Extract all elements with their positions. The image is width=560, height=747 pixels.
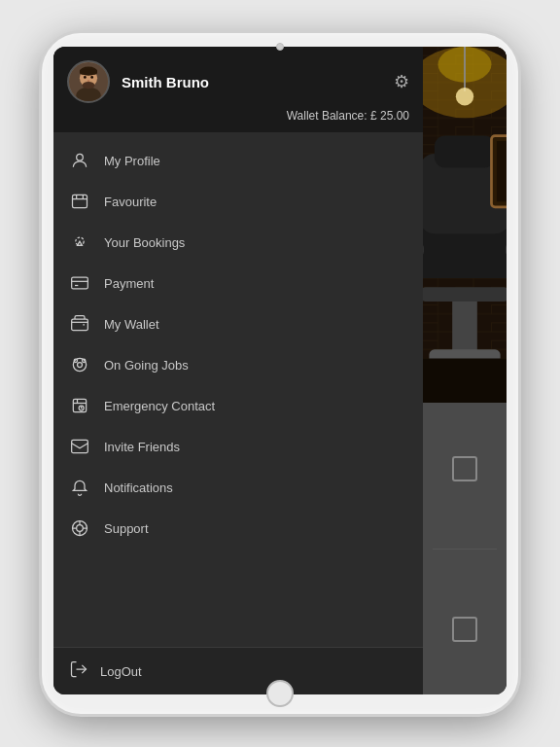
- support-icon: [69, 517, 90, 539]
- menu-list: My Profile Favourite Your Bookings: [53, 132, 423, 647]
- svg-rect-37: [423, 287, 507, 302]
- svg-point-22: [77, 525, 84, 532]
- menu-label-support: Support: [104, 521, 149, 536]
- svg-point-8: [88, 80, 90, 82]
- bell-icon: [69, 477, 90, 498]
- screen: Smith Bruno ⚙ Wallet Balance: £ 25.00 My…: [53, 47, 507, 694]
- divider: [433, 549, 497, 550]
- svg-rect-38: [452, 302, 477, 355]
- menu-item-on-going-jobs[interactable]: On Going Jobs: [53, 344, 423, 385]
- menu-label-my-profile: My Profile: [104, 154, 160, 168]
- svg-point-5: [83, 82, 95, 89]
- menu-item-your-bookings[interactable]: Your Bookings: [53, 222, 423, 263]
- settings-icon[interactable]: ⚙: [394, 71, 409, 92]
- user-name: Smith Bruno: [122, 74, 209, 90]
- person-icon: [69, 150, 90, 171]
- user-info: Smith Bruno: [67, 60, 209, 103]
- menu-item-notifications[interactable]: Notifications: [53, 467, 423, 508]
- right-bottom-panel: [423, 403, 507, 694]
- jobs-icon: [69, 354, 90, 375]
- tablet-frame: Smith Bruno ⚙ Wallet Balance: £ 25.00 My…: [42, 33, 518, 714]
- menu-label-your-bookings: Your Bookings: [104, 235, 185, 250]
- menu-item-support[interactable]: Support: [53, 508, 423, 549]
- menu-label-emergency-contact: Emergency Contact: [104, 399, 215, 413]
- svg-point-31: [456, 88, 473, 105]
- menu-label-payment: Payment: [104, 276, 154, 291]
- checkbox-1[interactable]: [452, 456, 477, 481]
- wallet-icon: [69, 313, 90, 335]
- calendar-icon: [69, 231, 90, 253]
- wallet-balance: Wallet Balance: £ 25.00: [67, 109, 409, 123]
- svg-rect-44: [423, 359, 507, 404]
- logout-label: LogOut: [100, 664, 142, 679]
- svg-point-14: [73, 358, 86, 371]
- menu-item-emergency-contact[interactable]: Emergency Contact: [53, 385, 423, 426]
- svg-rect-4: [80, 69, 97, 74]
- card-icon: [69, 272, 90, 294]
- svg-point-9: [77, 154, 84, 160]
- checkbox-2[interactable]: [452, 617, 477, 642]
- menu-item-my-wallet[interactable]: My Wallet: [53, 303, 423, 344]
- avatar: [67, 60, 110, 103]
- svg-rect-20: [72, 440, 88, 452]
- emergency-icon: [69, 395, 90, 416]
- svg-point-17: [83, 359, 86, 362]
- svg-rect-12: [72, 277, 88, 289]
- menu-item-my-profile[interactable]: My Profile: [53, 140, 423, 181]
- menu-item-payment[interactable]: Payment: [53, 263, 423, 303]
- tablet-camera: [276, 43, 284, 51]
- svg-point-15: [78, 363, 83, 368]
- svg-rect-43: [497, 141, 507, 201]
- svg-rect-10: [73, 195, 88, 207]
- menu-item-favourite[interactable]: Favourite: [53, 181, 423, 222]
- barber-image: [423, 47, 507, 403]
- svg-point-7: [90, 76, 93, 79]
- menu-label-invite-friends: Invite Friends: [104, 440, 180, 454]
- menu-label-on-going-jobs: On Going Jobs: [104, 358, 189, 373]
- svg-rect-34: [435, 136, 495, 168]
- right-panel: [423, 47, 507, 694]
- sidebar-header: Smith Bruno ⚙ Wallet Balance: £ 25.00: [53, 47, 423, 132]
- heart-icon: [69, 191, 90, 212]
- svg-point-6: [84, 76, 87, 79]
- home-button[interactable]: [266, 680, 294, 707]
- sidebar: Smith Bruno ⚙ Wallet Balance: £ 25.00 My…: [53, 47, 423, 694]
- logout-icon: [69, 659, 88, 683]
- menu-label-my-wallet: My Wallet: [104, 317, 159, 332]
- logout-button[interactable]: LogOut: [53, 647, 423, 694]
- header-top: Smith Bruno ⚙: [67, 60, 409, 103]
- menu-label-notifications: Notifications: [104, 480, 173, 495]
- svg-point-16: [74, 359, 77, 362]
- menu-item-invite-friends[interactable]: Invite Friends: [53, 426, 423, 467]
- menu-label-favourite: Favourite: [104, 195, 157, 209]
- invite-icon: [69, 436, 90, 457]
- svg-rect-13: [72, 319, 88, 331]
